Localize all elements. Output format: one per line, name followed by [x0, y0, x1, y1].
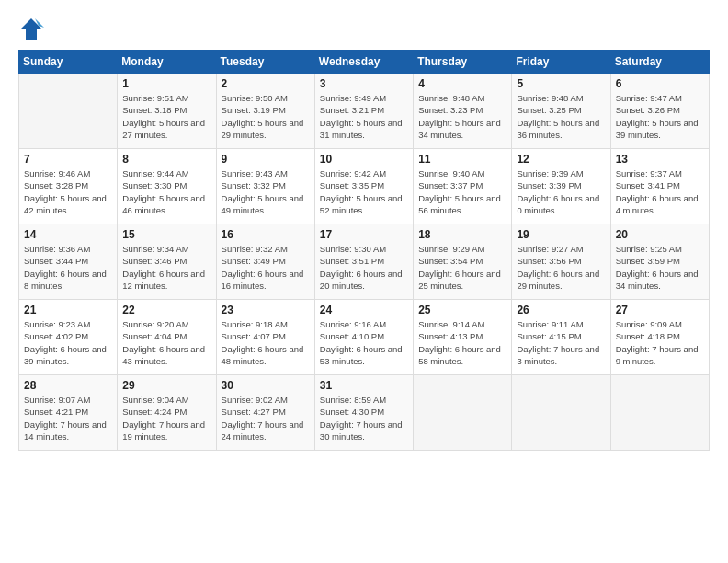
day-number: 5 [517, 77, 605, 90]
calendar-cell: 10Sunrise: 9:42 AMSunset: 3:35 PMDayligh… [314, 149, 413, 224]
day-number: 26 [517, 304, 605, 316]
weekday-header: Friday [512, 51, 610, 74]
logo-area [18, 17, 48, 42]
calendar-cell: 30Sunrise: 9:02 AMSunset: 4:27 PMDayligh… [216, 375, 314, 451]
day-number: 20 [616, 228, 704, 241]
day-number: 6 [616, 77, 704, 90]
day-info: Sunrise: 9:07 AMSunset: 4:21 PMDaylight:… [24, 394, 112, 442]
day-info: Sunrise: 9:36 AMSunset: 3:44 PMDaylight:… [24, 243, 112, 292]
calendar-table: SundayMondayTuesdayWednesdayThursdayFrid… [18, 50, 710, 451]
day-number: 25 [418, 304, 506, 316]
calendar-cell: 26Sunrise: 9:11 AMSunset: 4:15 PMDayligh… [512, 300, 610, 375]
day-number: 29 [122, 379, 210, 392]
calendar-week-row: 21Sunrise: 9:23 AMSunset: 4:02 PMDayligh… [19, 300, 710, 375]
day-info: Sunrise: 9:16 AMSunset: 4:10 PMDaylight:… [320, 318, 408, 367]
calendar-cell: 19Sunrise: 9:27 AMSunset: 3:56 PMDayligh… [512, 224, 610, 300]
calendar-cell: 31Sunrise: 8:59 AMSunset: 4:30 PMDayligh… [314, 375, 413, 451]
day-number: 17 [320, 228, 408, 241]
day-info: Sunrise: 9:09 AMSunset: 4:18 PMDaylight:… [616, 318, 704, 367]
calendar-week-row: 28Sunrise: 9:07 AMSunset: 4:21 PMDayligh… [19, 375, 710, 451]
calendar-cell: 29Sunrise: 9:04 AMSunset: 4:24 PMDayligh… [118, 375, 216, 451]
calendar-cell [414, 375, 512, 451]
day-number: 7 [24, 153, 112, 166]
day-number: 13 [616, 153, 704, 166]
calendar-cell: 15Sunrise: 9:34 AMSunset: 3:46 PMDayligh… [118, 224, 216, 300]
calendar-week-row: 14Sunrise: 9:36 AMSunset: 3:44 PMDayligh… [19, 224, 710, 300]
weekday-header: Monday [118, 51, 216, 74]
day-number: 8 [122, 153, 210, 166]
day-info: Sunrise: 9:32 AMSunset: 3:49 PMDaylight:… [222, 243, 310, 292]
day-info: Sunrise: 9:46 AMSunset: 3:28 PMDaylight:… [24, 167, 112, 216]
calendar-cell [19, 74, 118, 149]
day-info: Sunrise: 9:29 AMSunset: 3:54 PMDaylight:… [418, 243, 506, 292]
calendar-cell: 17Sunrise: 9:30 AMSunset: 3:51 PMDayligh… [314, 224, 413, 300]
calendar-cell: 11Sunrise: 9:40 AMSunset: 3:37 PMDayligh… [414, 149, 512, 224]
day-info: Sunrise: 9:43 AMSunset: 3:32 PMDaylight:… [222, 167, 310, 216]
day-info: Sunrise: 9:34 AMSunset: 3:46 PMDaylight:… [122, 243, 210, 292]
weekday-header: Sunday [19, 51, 118, 74]
day-info: Sunrise: 9:37 AMSunset: 3:41 PMDaylight:… [616, 167, 704, 216]
day-number: 1 [122, 77, 210, 90]
calendar-cell: 28Sunrise: 9:07 AMSunset: 4:21 PMDayligh… [19, 375, 118, 451]
calendar-cell: 1Sunrise: 9:51 AMSunset: 3:18 PMDaylight… [118, 74, 216, 149]
weekday-header-row: SundayMondayTuesdayWednesdayThursdayFrid… [19, 51, 710, 74]
calendar-cell: 4Sunrise: 9:48 AMSunset: 3:23 PMDaylight… [414, 74, 512, 149]
day-number: 9 [222, 153, 310, 166]
day-info: Sunrise: 9:02 AMSunset: 4:27 PMDaylight:… [222, 394, 310, 442]
day-number: 2 [222, 77, 310, 90]
day-number: 27 [616, 304, 704, 316]
calendar-cell: 14Sunrise: 9:36 AMSunset: 3:44 PMDayligh… [19, 224, 118, 300]
day-info: Sunrise: 9:18 AMSunset: 4:07 PMDaylight:… [222, 318, 310, 367]
calendar-cell: 18Sunrise: 9:29 AMSunset: 3:54 PMDayligh… [414, 224, 512, 300]
day-number: 30 [222, 379, 310, 392]
day-info: Sunrise: 9:47 AMSunset: 3:26 PMDaylight:… [616, 92, 704, 141]
day-number: 21 [24, 304, 112, 316]
calendar-week-row: 7Sunrise: 9:46 AMSunset: 3:28 PMDaylight… [19, 149, 710, 224]
calendar-cell: 25Sunrise: 9:14 AMSunset: 4:13 PMDayligh… [414, 300, 512, 375]
day-info: Sunrise: 9:11 AMSunset: 4:15 PMDaylight:… [517, 318, 605, 367]
day-number: 16 [222, 228, 310, 241]
calendar-cell [610, 375, 709, 451]
calendar-cell: 12Sunrise: 9:39 AMSunset: 3:39 PMDayligh… [512, 149, 610, 224]
calendar-cell: 8Sunrise: 9:44 AMSunset: 3:30 PMDaylight… [118, 149, 216, 224]
calendar-cell: 5Sunrise: 9:48 AMSunset: 3:25 PMDaylight… [512, 74, 610, 149]
calendar-page: SundayMondayTuesdayWednesdayThursdayFrid… [0, 0, 728, 563]
day-number: 4 [418, 77, 506, 90]
calendar-cell: 27Sunrise: 9:09 AMSunset: 4:18 PMDayligh… [610, 300, 709, 375]
day-number: 22 [122, 304, 210, 316]
day-info: Sunrise: 9:48 AMSunset: 3:23 PMDaylight:… [418, 92, 506, 141]
header [18, 17, 710, 42]
calendar-cell: 22Sunrise: 9:20 AMSunset: 4:04 PMDayligh… [118, 300, 216, 375]
day-number: 14 [24, 228, 112, 241]
day-info: Sunrise: 9:30 AMSunset: 3:51 PMDaylight:… [320, 243, 408, 292]
day-info: Sunrise: 9:25 AMSunset: 3:59 PMDaylight:… [616, 243, 704, 292]
day-number: 11 [418, 153, 506, 166]
calendar-cell: 9Sunrise: 9:43 AMSunset: 3:32 PMDaylight… [216, 149, 314, 224]
day-number: 19 [517, 228, 605, 241]
day-number: 15 [122, 228, 210, 241]
calendar-cell: 13Sunrise: 9:37 AMSunset: 3:41 PMDayligh… [610, 149, 709, 224]
calendar-week-row: 1Sunrise: 9:51 AMSunset: 3:18 PMDaylight… [19, 74, 710, 149]
day-info: Sunrise: 9:50 AMSunset: 3:19 PMDaylight:… [222, 92, 310, 141]
calendar-cell: 3Sunrise: 9:49 AMSunset: 3:21 PMDaylight… [314, 74, 413, 149]
weekday-header: Tuesday [216, 51, 314, 74]
day-info: Sunrise: 9:27 AMSunset: 3:56 PMDaylight:… [517, 243, 605, 292]
day-number: 12 [517, 153, 605, 166]
calendar-cell: 6Sunrise: 9:47 AMSunset: 3:26 PMDaylight… [610, 74, 709, 149]
calendar-cell: 21Sunrise: 9:23 AMSunset: 4:02 PMDayligh… [19, 300, 118, 375]
svg-marker-0 [20, 18, 42, 40]
calendar-cell: 20Sunrise: 9:25 AMSunset: 3:59 PMDayligh… [610, 224, 709, 300]
calendar-cell: 23Sunrise: 9:18 AMSunset: 4:07 PMDayligh… [216, 300, 314, 375]
day-number: 18 [418, 228, 506, 241]
weekday-header: Thursday [414, 51, 512, 74]
day-info: Sunrise: 9:14 AMSunset: 4:13 PMDaylight:… [418, 318, 506, 367]
day-info: Sunrise: 9:04 AMSunset: 4:24 PMDaylight:… [122, 394, 210, 442]
day-number: 28 [24, 379, 112, 392]
day-info: Sunrise: 9:51 AMSunset: 3:18 PMDaylight:… [122, 92, 210, 141]
calendar-cell [512, 375, 610, 451]
day-info: Sunrise: 9:39 AMSunset: 3:39 PMDaylight:… [517, 167, 605, 216]
calendar-cell: 24Sunrise: 9:16 AMSunset: 4:10 PMDayligh… [314, 300, 413, 375]
day-info: Sunrise: 9:42 AMSunset: 3:35 PMDaylight:… [320, 167, 408, 216]
day-number: 24 [320, 304, 408, 316]
day-number: 31 [320, 379, 408, 392]
